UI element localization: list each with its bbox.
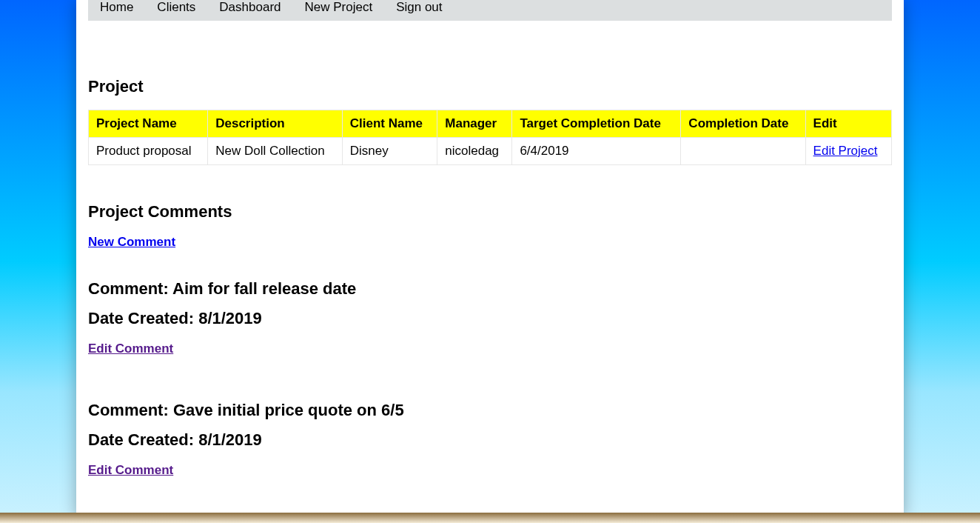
col-completion-date: Completion Date	[681, 110, 805, 138]
col-target-date: Target Completion Date	[512, 110, 681, 138]
new-comment-link[interactable]: New Comment	[88, 235, 175, 249]
content-area: Project Project Name Description Client …	[76, 77, 904, 500]
nav-dashboard[interactable]: Dashboard	[207, 0, 292, 15]
cell-target-date: 6/4/2019	[512, 138, 681, 165]
cell-edit: Edit Project	[805, 138, 891, 165]
comment-text: Comment: Gave initial price quote on 6/5	[88, 401, 892, 420]
col-project-name: Project Name	[89, 110, 208, 138]
edit-comment-link[interactable]: Edit Comment	[88, 463, 173, 477]
col-edit: Edit	[805, 110, 891, 138]
cell-description: New Doll Collection	[208, 138, 343, 165]
table-row: Product proposal New Doll Collection Dis…	[89, 138, 892, 165]
col-manager: Manager	[437, 110, 512, 138]
comment-prefix: Comment:	[88, 401, 173, 419]
cell-completion-date	[681, 138, 805, 165]
date-value: 8/1/2019	[198, 430, 262, 449]
cell-project-name: Product proposal	[89, 138, 208, 165]
comment-date: Date Created: 8/1/2019	[88, 430, 892, 450]
edit-project-link[interactable]: Edit Project	[813, 144, 878, 158]
date-prefix: Date Created:	[88, 430, 198, 449]
comment-date: Date Created: 8/1/2019	[88, 309, 892, 328]
table-header-row: Project Name Description Client Name Man…	[89, 110, 892, 138]
nav-new-project[interactable]: New Project	[293, 0, 385, 15]
date-value: 8/1/2019	[198, 309, 262, 327]
nav-clients[interactable]: Clients	[145, 0, 207, 15]
col-description: Description	[208, 110, 343, 138]
date-prefix: Date Created:	[88, 309, 198, 327]
col-client-name: Client Name	[342, 110, 437, 138]
page-container: Home Clients Dashboard New Project Sign …	[76, 0, 904, 519]
comment-body: Aim for fall release date	[172, 279, 356, 298]
comment-prefix: Comment:	[88, 279, 172, 298]
edit-comment-link[interactable]: Edit Comment	[88, 342, 173, 356]
main-nav: Home Clients Dashboard New Project Sign …	[88, 0, 892, 21]
cell-manager: nicoledag	[437, 138, 512, 165]
project-heading: Project	[88, 77, 892, 96]
cell-client-name: Disney	[342, 138, 437, 165]
nav-sign-out[interactable]: Sign out	[384, 0, 454, 15]
browser-bottom-frame	[0, 513, 980, 523]
comment-body: Gave initial price quote on 6/5	[173, 401, 404, 419]
comments-heading: Project Comments	[88, 202, 892, 221]
comment-text: Comment: Aim for fall release date	[88, 279, 892, 299]
project-table: Project Name Description Client Name Man…	[88, 110, 892, 165]
nav-home[interactable]: Home	[88, 0, 145, 15]
